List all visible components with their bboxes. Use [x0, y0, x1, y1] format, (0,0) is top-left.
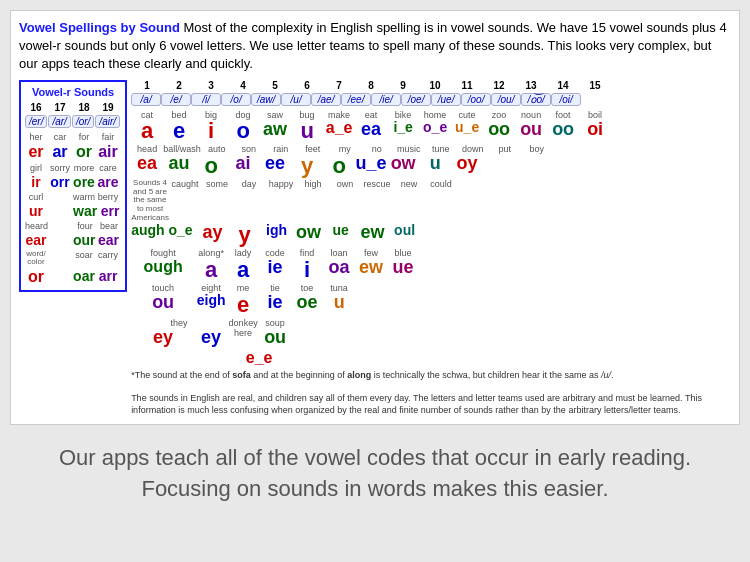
main-chart-section: 1 2 3 4 5 6 7 8 9 10 11 12 13 14 15: [131, 80, 731, 417]
big-o: o: [227, 120, 259, 142]
vowelr-label-air: /air/: [95, 115, 120, 128]
vr-empty-2b: [49, 232, 71, 248]
vr-empty-1: [49, 203, 71, 219]
med-u2: u: [323, 293, 355, 317]
last-letters-row: e_e: [131, 349, 731, 367]
num-6: 6: [291, 80, 323, 91]
ex-happy: happy: [265, 179, 297, 223]
med-ou3: ou: [259, 328, 291, 348]
vowelr-bigrow-2: ir orr ore are: [25, 174, 121, 190]
med-ow2: ow: [293, 223, 325, 247]
vr-big-ear: ear: [25, 232, 47, 248]
num-2: 2: [163, 80, 195, 91]
vr-wordcolor-lbl: word/color: [25, 250, 47, 268]
med-y: y: [291, 154, 323, 178]
num-11: 11: [451, 80, 483, 91]
label-ie: /ie/: [371, 93, 401, 106]
vr-big-ar: ar: [49, 143, 71, 161]
num-13: 13: [515, 80, 547, 91]
num-10: 10: [419, 80, 451, 91]
big-oo: oo: [483, 120, 515, 142]
label-a: /a/: [131, 93, 161, 106]
vr-her: her: [25, 132, 47, 142]
med-letters-row2: ea au o ai ee y o u_e ow u oy: [131, 154, 731, 178]
vowelr-bigrow-5: or oar arr: [25, 268, 121, 286]
num-9: 9: [387, 80, 419, 91]
num-8: 8: [355, 80, 387, 91]
label-oo2: /o͝o/: [521, 93, 551, 106]
vr-more: more: [73, 163, 95, 173]
big-aw: aw: [259, 120, 291, 142]
big-ou: ou: [515, 120, 547, 142]
vowelr-labels-row: /er/ /ar/ /or/ /air/: [25, 115, 121, 129]
num-header: 1 2 3 4 5 6 7 8 9 10 11 12 13 14 15: [131, 80, 731, 91]
vowelr-row-4: heard four bear: [25, 221, 121, 231]
big-letters-row1: a e i o aw u a_e ea i_e o_e u_e oo ou oo…: [131, 120, 731, 142]
vr-carry-lbl: carry: [97, 250, 119, 268]
vr-bear-lbl: bear: [98, 221, 120, 231]
med-letters-row3: augh o_e ay y igh ow ue ew oul: [131, 223, 731, 247]
med-eigh: eigh: [195, 293, 227, 317]
med-ou2: ou: [131, 293, 195, 317]
med-a3: a: [227, 258, 259, 282]
med-oy: oy: [451, 154, 483, 178]
vr-girl: girl: [25, 163, 47, 173]
med-ee2: e_e: [227, 349, 291, 367]
main-card: Vowel Spellings by Sound Most of the com…: [10, 10, 740, 425]
med-augh: augh: [131, 223, 164, 247]
vowelr-label-er: /er/: [25, 115, 47, 128]
big-ae: a_e: [323, 120, 355, 142]
vowelr-num-18: 18: [73, 102, 95, 113]
vr-big-ur: ur: [25, 203, 47, 219]
vr-big-war: war: [73, 203, 97, 219]
big-oi: oi: [579, 120, 611, 142]
vr-big-arr: arr: [97, 268, 119, 286]
num-14: 14: [547, 80, 579, 91]
med-o3: o: [323, 154, 355, 178]
vr-empty-3: [49, 250, 71, 268]
label-ee: /ee/: [341, 93, 371, 106]
med-a2: a: [195, 258, 227, 282]
num-5: 5: [259, 80, 291, 91]
vowelr-bigrow-1: er ar or air: [25, 143, 121, 161]
med-ey: ey: [131, 328, 195, 348]
vr-big-or2: or: [25, 268, 47, 286]
label-oe: /oe/: [401, 93, 431, 106]
num-4: 4: [227, 80, 259, 91]
med-letters-row6: ey ey here ou: [131, 328, 731, 348]
title-section: Vowel Spellings by Sound Most of the com…: [19, 19, 731, 74]
label-ae: /ae/: [311, 93, 341, 106]
big-oo2: oo: [547, 120, 579, 142]
tagline: Our apps teach all of the vowel codes th…: [10, 435, 740, 513]
vr-big-ir: ir: [25, 174, 47, 190]
vr-care: care: [97, 163, 119, 173]
footnote-area: *The sound at the end of sofa and at the…: [131, 370, 731, 417]
vr-big-ore: ore: [73, 174, 95, 190]
ex-put: put: [489, 144, 521, 154]
med-ai: ai: [227, 154, 259, 178]
label-u: /u/: [281, 93, 311, 106]
med-ie3: ie: [259, 293, 291, 317]
label-ue: /ue/: [431, 93, 461, 106]
vowelr-row-5: word/color soar carry: [25, 250, 121, 268]
ex-day: day: [233, 179, 265, 223]
med-ew: ew: [357, 223, 389, 247]
vr-big-air: air: [97, 143, 119, 161]
med-oa: oa: [323, 258, 355, 282]
vr-warm-lbl: [49, 192, 71, 202]
num-12: 12: [483, 80, 515, 91]
med-ea: ea: [131, 154, 163, 178]
ex-fought: fought: [131, 248, 195, 258]
med-ue: u_e: [355, 154, 387, 178]
example-words-row4: fought along* lady code find loan few bl…: [131, 248, 731, 258]
med-letters-row5: ou eigh e ie oe u: [131, 293, 731, 317]
vr-big-orr: orr: [49, 174, 71, 190]
vr-big-are: are: [97, 174, 119, 190]
vr-heard-lbl: heard: [25, 221, 48, 231]
med-oe2: oe: [291, 293, 323, 317]
num-1: 1: [131, 80, 163, 91]
vr-empty-2a: [50, 221, 72, 231]
vowel-r-box: Vowel-r Sounds 16 17 18 19 /er/ /ar/ /or…: [19, 80, 127, 293]
med-e2: e: [227, 293, 259, 317]
ex-here: here: [227, 328, 259, 348]
